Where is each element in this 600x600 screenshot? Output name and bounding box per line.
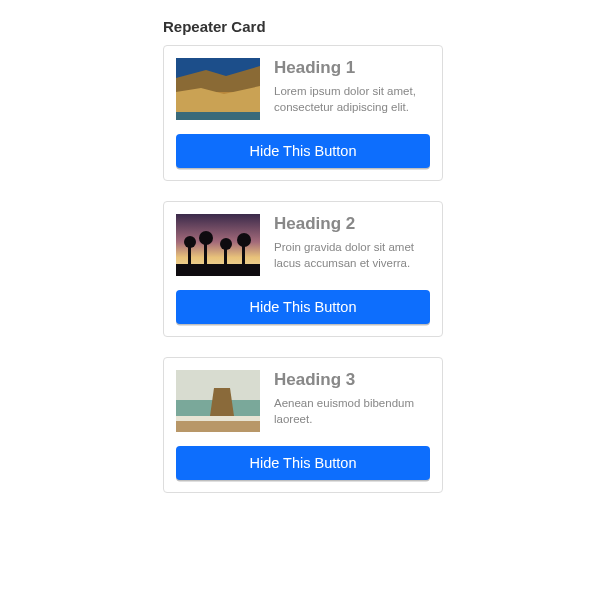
card-body: Heading 1 Lorem ipsum dolor sit amet, co…	[176, 58, 430, 120]
repeater-section: Repeater Card Heading 1 Lorem ipsum dolo…	[163, 0, 443, 493]
svg-point-11	[184, 236, 196, 248]
section-title: Repeater Card	[163, 18, 443, 35]
svg-point-14	[237, 233, 251, 247]
card-description: Proin gravida dolor sit amet lacus accum…	[274, 239, 430, 271]
card-text: Heading 3 Aenean euismod bibendum laoree…	[274, 370, 430, 432]
sunset-palms-thumbnail	[176, 214, 260, 276]
card-text: Heading 1 Lorem ipsum dolor sit amet, co…	[274, 58, 430, 120]
svg-rect-19	[176, 416, 260, 421]
card-text: Heading 2 Proin gravida dolor sit amet l…	[274, 214, 430, 276]
card-description: Lorem ipsum dolor sit amet, consectetur …	[274, 83, 430, 115]
svg-point-13	[220, 238, 232, 250]
card-2: Heading 2 Proin gravida dolor sit amet l…	[163, 201, 443, 337]
ocean-rock-thumbnail	[176, 370, 260, 432]
card-1: Heading 1 Lorem ipsum dolor sit amet, co…	[163, 45, 443, 181]
hide-button[interactable]: Hide This Button	[176, 134, 430, 168]
card-description: Aenean euismod bibendum laoreet.	[274, 395, 430, 427]
card-body: Heading 2 Proin gravida dolor sit amet l…	[176, 214, 430, 276]
card-3: Heading 3 Aenean euismod bibendum laoree…	[163, 357, 443, 493]
hide-button[interactable]: Hide This Button	[176, 446, 430, 480]
card-heading: Heading 2	[274, 214, 430, 234]
svg-rect-17	[176, 420, 260, 432]
svg-rect-4	[176, 112, 260, 120]
svg-marker-18	[210, 388, 234, 416]
cliff-beach-thumbnail	[176, 58, 260, 120]
card-heading: Heading 1	[274, 58, 430, 78]
card-body: Heading 3 Aenean euismod bibendum laoree…	[176, 370, 430, 432]
svg-point-12	[199, 231, 213, 245]
card-heading: Heading 3	[274, 370, 430, 390]
hide-button[interactable]: Hide This Button	[176, 290, 430, 324]
